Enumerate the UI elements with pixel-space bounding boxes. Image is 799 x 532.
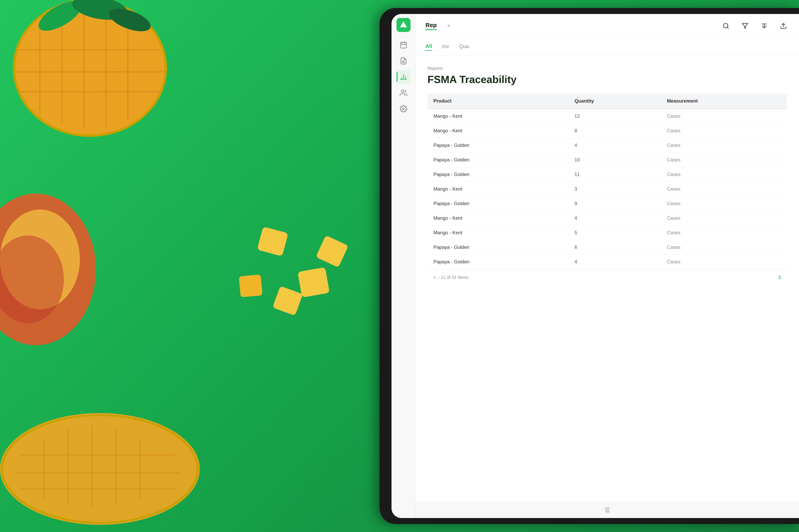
breadcrumb: Reports (428, 66, 787, 71)
sidebar (392, 14, 416, 518)
col-header-measurement: Measurement (661, 93, 787, 109)
svg-point-45 (402, 108, 404, 110)
sidebar-item-documents[interactable] (397, 54, 411, 68)
svg-rect-28 (297, 267, 330, 298)
tablet-device-wrapper: Rep × (360, 0, 799, 532)
tablet-screen: Rep × (392, 14, 799, 518)
pagination-current[interactable]: 1 (778, 274, 781, 280)
report-content: Reports FSMA Traceability Product Quanti… (416, 56, 799, 502)
cell-product: Papaya - Golden (428, 138, 568, 153)
close-tab-button[interactable]: × (445, 22, 453, 30)
sidebar-item-settings[interactable] (397, 102, 411, 116)
subnav-inv[interactable]: Inv (442, 43, 449, 50)
tablet-device: Rep × (380, 8, 799, 524)
table-row[interactable]: Papaya - Golden6Cases (428, 240, 787, 254)
cell-quantity: 10 (568, 153, 661, 167)
topbar: Rep × (416, 14, 799, 38)
bottom-bar: ☰ (416, 502, 799, 518)
cell-measurement: Cases (661, 153, 787, 167)
cell-quantity: 5 (568, 226, 661, 240)
svg-rect-31 (316, 235, 348, 268)
table-row[interactable]: Papaya - Golden11Cases (428, 167, 787, 182)
sidebar-item-calendar[interactable] (397, 38, 411, 52)
table-row[interactable]: Mango - Kent8Cases (428, 124, 787, 138)
search-icon[interactable] (720, 20, 731, 32)
cell-product: Papaya - Golden (428, 254, 568, 269)
svg-rect-34 (400, 42, 406, 48)
svg-point-12 (71, 0, 129, 23)
cell-product: Mango - Kent (428, 211, 568, 226)
cell-product: Papaya - Golden (428, 240, 568, 254)
cell-measurement: Cases (661, 196, 787, 211)
cell-quantity: 4 (568, 138, 661, 153)
cell-measurement: Cases (661, 182, 787, 196)
pagination-range: 1 – 11 of 31 items (434, 275, 468, 280)
table-footer: 1 – 11 of 31 items 1 (428, 269, 787, 285)
table-row[interactable]: Mango - Kent12Cases (428, 109, 787, 124)
cell-product: Mango - Kent (428, 109, 568, 124)
svg-marker-48 (742, 23, 748, 28)
cell-quantity: 12 (568, 109, 661, 124)
table-row[interactable]: Mango - Kent5Cases (428, 226, 787, 240)
table-row[interactable]: Papaya - Golden9Cases (428, 196, 787, 211)
sidebar-item-people[interactable] (397, 86, 411, 100)
table-row[interactable]: Mango - Kent4Cases (428, 211, 787, 226)
table-header-row: Product Quantity Measurement (428, 93, 787, 109)
main-content: Rep × (416, 14, 799, 518)
cell-quantity: 3 (568, 182, 661, 196)
cell-measurement: Cases (661, 109, 787, 124)
svg-point-33 (402, 23, 405, 26)
cell-product: Papaya - Golden (428, 167, 568, 182)
col-header-product: Product (428, 93, 568, 109)
cell-measurement: Cases (661, 124, 787, 138)
svg-point-13 (106, 4, 153, 36)
cell-measurement: Cases (661, 240, 787, 254)
cell-measurement: Cases (661, 254, 787, 269)
app-logo[interactable] (397, 18, 411, 32)
svg-rect-30 (239, 274, 263, 297)
sub-navigation: All Inv Qua (416, 38, 799, 56)
svg-point-44 (401, 90, 404, 93)
svg-point-18 (2, 415, 198, 523)
export-icon[interactable] (778, 20, 789, 32)
table-row[interactable]: Papaya - Golden4Cases (428, 138, 787, 153)
table-row[interactable]: Papaya - Golden4Cases (428, 254, 787, 269)
cell-quantity: 6 (568, 240, 661, 254)
cell-product: Papaya - Golden (428, 153, 568, 167)
cell-measurement: Cases (661, 226, 787, 240)
svg-rect-27 (257, 227, 288, 256)
table-row[interactable]: Papaya - Golden10Cases (428, 153, 787, 167)
svg-point-11 (34, 0, 86, 37)
cell-product: Mango - Kent (428, 226, 568, 240)
svg-point-15 (0, 210, 80, 309)
cell-product: Papaya - Golden (428, 196, 568, 211)
data-table: Product Quantity Measurement Mango - Ken… (428, 93, 787, 269)
cell-quantity: 9 (568, 196, 661, 211)
cell-product: Mango - Kent (428, 182, 568, 196)
table-row[interactable]: Mango - Kent3Cases (428, 182, 787, 196)
cell-product: Mango - Kent (428, 124, 568, 138)
cell-quantity: 4 (568, 254, 661, 269)
svg-rect-29 (272, 286, 303, 316)
cell-quantity: 8 (568, 124, 661, 138)
active-tab[interactable]: Rep (425, 22, 437, 30)
cell-measurement: Cases (661, 138, 787, 153)
svg-point-17 (0, 413, 200, 525)
cell-quantity: 4 (568, 211, 661, 226)
filter-icon[interactable] (740, 20, 751, 32)
svg-point-0 (14, 0, 166, 136)
svg-point-14 (0, 194, 96, 345)
svg-point-16 (0, 235, 64, 323)
col-header-quantity: Quantity (568, 93, 661, 109)
subnav-all[interactable]: All (425, 43, 432, 51)
subnav-qua[interactable]: Qua (459, 43, 469, 50)
cell-measurement: Cases (661, 167, 787, 182)
svg-line-47 (727, 27, 728, 28)
hamburger-menu-icon[interactable]: ☰ (605, 507, 610, 514)
svg-point-1 (14, 0, 166, 136)
svg-point-10 (14, 0, 166, 136)
cell-quantity: 11 (568, 167, 661, 182)
sidebar-item-reports[interactable] (397, 70, 411, 84)
page-title: FSMA Traceability (428, 73, 787, 86)
sort-icon[interactable] (759, 20, 770, 32)
